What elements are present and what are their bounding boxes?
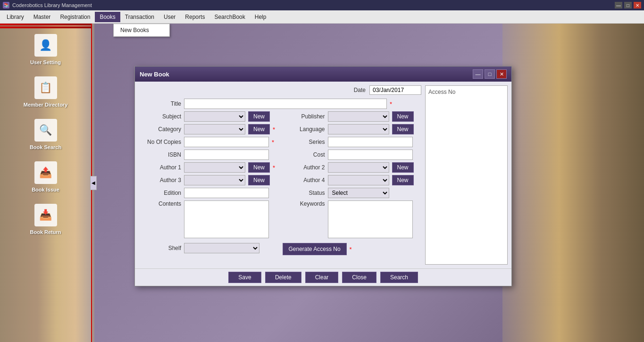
- close-dialog-button[interactable]: Close: [342, 272, 376, 283]
- member-directory-icon: 📋: [34, 76, 57, 99]
- dialog-body: Date Title * Subject New: [135, 82, 511, 268]
- language-row: Language New: [283, 124, 422, 134]
- isbn-cost-row: ISBN Cost: [139, 150, 421, 162]
- copies-required: *: [272, 139, 274, 146]
- user-setting-icon: 👤: [34, 34, 57, 57]
- book-return-icon: 📥: [34, 204, 57, 226]
- dialog-minimize-button[interactable]: —: [473, 69, 483, 79]
- keywords-label: Keywords: [283, 200, 325, 207]
- contents-row: Contents: [139, 200, 278, 238]
- title-input[interactable]: [184, 99, 387, 109]
- publisher-select[interactable]: [328, 111, 389, 122]
- title-bar-controls: — □ ✕: [615, 2, 641, 8]
- menu-user[interactable]: User: [159, 12, 180, 22]
- subject-select[interactable]: [184, 111, 245, 122]
- copies-label: No Of Copies: [139, 139, 181, 145]
- keywords-textarea[interactable]: [328, 200, 413, 238]
- menu-library[interactable]: Library: [2, 12, 29, 22]
- clear-button[interactable]: Clear: [305, 272, 339, 283]
- status-label: Status: [283, 190, 325, 196]
- author2-new-button[interactable]: New: [392, 162, 414, 173]
- shelf-row: Shelf: [139, 243, 278, 253]
- author3-select[interactable]: [184, 175, 245, 185]
- language-col: Language New: [283, 124, 422, 137]
- publisher-new-button[interactable]: New: [392, 111, 414, 122]
- sidebar-item-user-setting[interactable]: 👤 User Setting: [0, 28, 91, 71]
- shelf-right-decoration: [502, 24, 644, 342]
- publisher-col: Publisher New: [283, 111, 422, 124]
- books-dropdown-menu: New Books: [113, 24, 170, 37]
- author2-col: Author 2 New: [283, 162, 422, 175]
- edition-status-row: Edition Status Select: [139, 188, 421, 200]
- menu-registration[interactable]: Registration: [55, 12, 95, 22]
- status-col: Status Select: [283, 188, 422, 200]
- search-button[interactable]: Search: [380, 272, 418, 283]
- title-label: Title: [139, 100, 181, 107]
- author4-label: Author 4: [283, 177, 325, 184]
- author1-required: *: [273, 164, 275, 171]
- category-required: *: [273, 126, 275, 133]
- language-select[interactable]: [328, 124, 389, 134]
- isbn-row: ISBN: [139, 150, 278, 160]
- author3-new-button[interactable]: New: [248, 175, 270, 185]
- close-button[interactable]: ✕: [634, 2, 641, 8]
- edition-label: Edition: [139, 190, 181, 196]
- book-return-label: Book Return: [30, 229, 61, 235]
- menu-searchbook[interactable]: SearchBook: [209, 12, 250, 22]
- isbn-input[interactable]: [184, 150, 269, 160]
- sidebar-item-book-return[interactable]: 📥 Book Return: [0, 198, 91, 241]
- title-bar: 📚 Coderobotics Library Management — □ ✕: [0, 0, 644, 10]
- sidebar-item-member-directory[interactable]: 📋 Member Directory: [0, 71, 91, 113]
- author1-select[interactable]: [184, 162, 245, 173]
- category-select[interactable]: [184, 124, 245, 134]
- sidebar-item-book-search[interactable]: 🔍 Book Search: [0, 113, 91, 156]
- author3-col: Author 3 New: [139, 175, 278, 188]
- cost-row: Cost: [283, 150, 422, 160]
- menu-transaction[interactable]: Transaction: [120, 12, 159, 22]
- menu-books[interactable]: Books: [95, 12, 120, 22]
- generate-access-no-button[interactable]: Generate Access No: [283, 243, 347, 255]
- menu-reports[interactable]: Reports: [180, 12, 209, 22]
- author4-col: Author 4 New: [283, 175, 422, 188]
- subject-new-button[interactable]: New: [248, 111, 270, 122]
- copies-input[interactable]: [184, 137, 269, 147]
- publisher-row: Publisher New: [283, 111, 422, 122]
- series-input[interactable]: [328, 137, 413, 147]
- date-input[interactable]: [369, 85, 421, 95]
- sidebar-top-border: [0, 24, 91, 25]
- author4-select[interactable]: [328, 175, 389, 185]
- menu-master[interactable]: Master: [29, 12, 56, 22]
- contents-textarea[interactable]: [184, 200, 269, 238]
- sidebar-toggle-button[interactable]: ◀: [90, 176, 97, 190]
- access-no-label: Access No: [428, 89, 455, 95]
- minimize-button[interactable]: —: [615, 2, 622, 8]
- access-no-panel: Access No: [425, 85, 508, 265]
- menu-help[interactable]: Help: [250, 12, 271, 22]
- author2-select[interactable]: [328, 162, 389, 173]
- author3-label: Author 3: [139, 177, 181, 184]
- author1-new-button[interactable]: New: [248, 162, 270, 173]
- contents-keywords-row: Contents Keywords: [139, 200, 421, 241]
- language-new-button[interactable]: New: [392, 124, 414, 134]
- title-row: Title *: [139, 99, 421, 109]
- series-label: Series: [283, 139, 325, 145]
- author4-new-button[interactable]: New: [392, 175, 414, 185]
- new-books-menu-item[interactable]: New Books: [114, 24, 169, 36]
- save-button[interactable]: Save: [228, 272, 261, 283]
- sidebar-item-book-issue[interactable]: 📤 Book Issue: [0, 156, 91, 198]
- generate-col: Generate Access No *: [283, 241, 422, 255]
- author3-author4-row: Author 3 New Author 4 New: [139, 175, 421, 188]
- delete-button[interactable]: Delete: [265, 272, 301, 283]
- dialog-maximize-button[interactable]: □: [485, 69, 495, 79]
- dialog-close-button[interactable]: ✕: [496, 69, 507, 79]
- isbn-label: ISBN: [139, 151, 181, 158]
- dialog-title: New Book: [140, 71, 169, 78]
- cost-input[interactable]: [328, 150, 413, 160]
- status-select[interactable]: Select: [328, 188, 389, 198]
- shelf-select[interactable]: [184, 243, 259, 253]
- keywords-row: Keywords: [283, 200, 422, 238]
- book-issue-icon: 📤: [34, 161, 57, 184]
- edition-input[interactable]: [184, 188, 269, 198]
- maximize-button[interactable]: □: [624, 2, 632, 8]
- category-new-button[interactable]: New: [248, 124, 270, 134]
